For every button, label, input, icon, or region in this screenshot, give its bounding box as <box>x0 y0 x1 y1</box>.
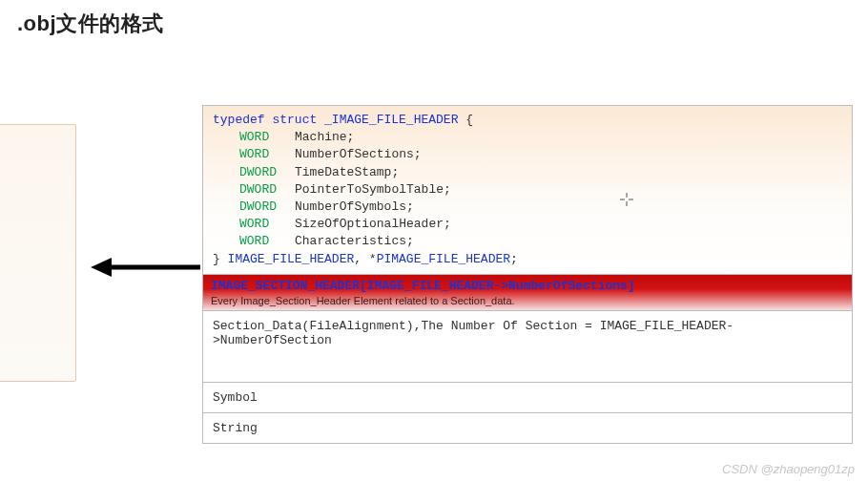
field-name: PointerToSymbolTable; <box>295 182 451 197</box>
code-line: WORDSizeOfOptionalHeader; <box>213 216 842 233</box>
field-type: DWORD <box>239 181 295 199</box>
page-title: .obj文件的格式 <box>17 10 164 38</box>
section-header-expr: IMAGE_SECTION_HEADER[IMAGE_FILE_HEADER->… <box>211 279 844 293</box>
string-cell: String <box>203 413 852 443</box>
section-header-band: IMAGE_SECTION_HEADER[IMAGE_FILE_HEADER->… <box>203 275 852 311</box>
keyword-typedef: typedef <box>213 113 265 127</box>
semicolon: ; <box>510 252 518 266</box>
code-line: WORDNumberOfSections; <box>213 146 842 163</box>
section-data-cell: Section_Data(FileAlignment),The Number O… <box>203 311 852 383</box>
field-name: NumberOfSections; <box>295 147 422 161</box>
svg-marker-1 <box>91 258 112 277</box>
typedef-ptr-name: PIMAGE_FILE_HEADER <box>377 252 510 266</box>
obj-format-diagram: typedef struct _IMAGE_FILE_HEADER { WORD… <box>202 105 853 444</box>
field-type: WORD <box>239 233 295 250</box>
field-type: WORD <box>239 146 295 163</box>
struct-definition: typedef struct _IMAGE_FILE_HEADER { WORD… <box>203 106 852 275</box>
struct-name: _IMAGE_FILE_HEADER <box>324 113 458 127</box>
typedef-name: IMAGE_FILE_HEADER <box>228 252 355 266</box>
code-line: DWORDPointerToSymbolTable; <box>213 181 842 199</box>
arrow-left-icon <box>91 253 205 282</box>
code-line: WORDMachine; <box>213 129 842 146</box>
symbol-cell: Symbol <box>203 383 852 413</box>
field-type: WORD <box>239 216 295 233</box>
code-line: } IMAGE_FILE_HEADER, *PIMAGE_FILE_HEADER… <box>213 251 842 268</box>
field-name: Characteristics; <box>295 234 414 248</box>
code-line: DWORDTimeDateStamp; <box>213 164 842 181</box>
code-line: typedef struct _IMAGE_FILE_HEADER { <box>213 112 842 129</box>
field-type: DWORD <box>239 199 295 216</box>
field-name: SizeOfOptionalHeader; <box>295 217 451 231</box>
code-line: WORDCharacteristics; <box>213 233 842 250</box>
brace-open: { <box>465 113 473 127</box>
code-line: DWORDNumberOfSymbols; <box>213 199 842 216</box>
field-type: WORD <box>239 129 295 146</box>
field-name: NumberOfSymbols; <box>295 199 414 214</box>
watermark: CSDN @zhaopeng01zp <box>722 462 855 476</box>
brace-close: } <box>213 252 228 266</box>
left-placeholder-box <box>0 124 76 382</box>
keyword-struct: struct <box>272 113 317 127</box>
field-name: TimeDateStamp; <box>295 165 399 179</box>
section-header-desc: Every Image_Section_Header Element relat… <box>211 295 844 306</box>
separator: , * <box>354 252 376 266</box>
field-type: DWORD <box>239 164 295 181</box>
field-name: Machine; <box>295 130 354 144</box>
